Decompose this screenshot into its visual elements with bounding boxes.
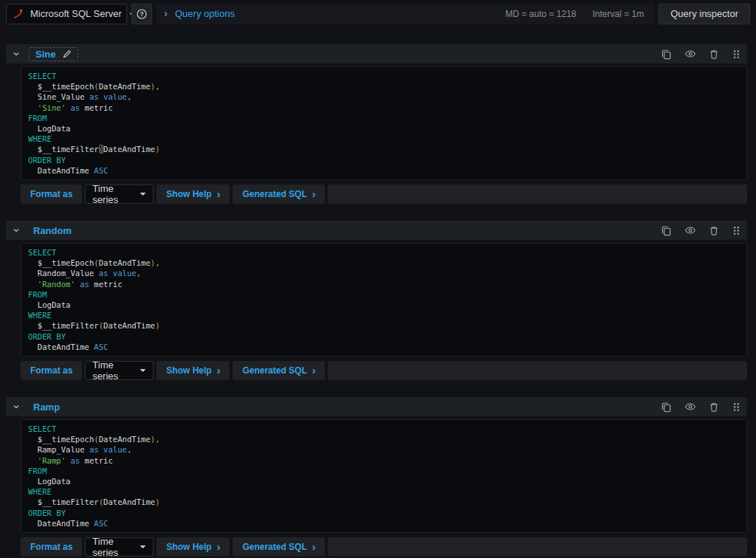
chevron-down-icon bbox=[140, 545, 146, 549]
generated-sql-label: Generated SQL bbox=[242, 189, 306, 199]
generated-sql-button[interactable]: Generated SQL› bbox=[233, 185, 325, 204]
mssql-datasource-icon bbox=[13, 8, 24, 20]
query-options-label: Query options bbox=[175, 8, 235, 19]
max-datapoints-stat: MD = auto = 1218 bbox=[505, 9, 576, 19]
generated-sql-label: Generated SQL bbox=[242, 542, 306, 552]
help-circle-icon: ? bbox=[136, 8, 148, 20]
interval-stat: Interval = 1m bbox=[593, 9, 645, 19]
sql-editor[interactable]: SELECT $__timeEpoch(DateAndTime), Random… bbox=[21, 243, 747, 356]
duplicate-query-icon[interactable] bbox=[661, 225, 672, 236]
format-select[interactable]: Time series bbox=[85, 537, 154, 557]
query-footer: Format as Time series Show Help› Generat… bbox=[21, 361, 747, 380]
datasource-picker[interactable]: Microsoft SQL Server bbox=[6, 4, 127, 24]
query-title[interactable]: Ramp bbox=[33, 402, 60, 413]
svg-text:?: ? bbox=[140, 10, 143, 18]
query-inspector-button[interactable]: Query inspector bbox=[659, 4, 750, 24]
query-title: Sine bbox=[35, 49, 55, 60]
show-help-button[interactable]: Show Help› bbox=[157, 361, 230, 380]
query-row-body: SELECT $__timeEpoch(DateAndTime), Random… bbox=[21, 243, 747, 380]
show-help-label: Show Help bbox=[166, 365, 211, 376]
query-row-random: Random SELECT $__timeEpoch(DateAndTime),… bbox=[6, 221, 747, 380]
chevron-right-icon: › bbox=[312, 365, 316, 376]
query-row-header[interactable]: Random bbox=[6, 221, 747, 240]
format-as-label: Format as bbox=[21, 537, 82, 557]
chevron-down-icon[interactable] bbox=[12, 49, 21, 58]
query-editor-toolbar: Microsoft SQL Server ? › Query options M… bbox=[0, 0, 756, 27]
query-options-summary: MD = auto = 1218 Interval = 1m bbox=[505, 9, 647, 19]
delete-query-icon[interactable] bbox=[709, 402, 719, 413]
query-row-sine: Sine SELECT $__timeEpoch(DateAndTime), S… bbox=[6, 44, 747, 204]
chevron-right-icon: › bbox=[217, 189, 221, 199]
chevron-right-icon: › bbox=[312, 189, 316, 199]
generated-sql-button[interactable]: Generated SQL› bbox=[233, 361, 325, 380]
show-help-label: Show Help bbox=[166, 542, 211, 552]
format-select-value: Time series bbox=[92, 183, 140, 205]
chevron-down-icon bbox=[140, 368, 146, 373]
footer-filler bbox=[328, 361, 747, 380]
toggle-visibility-icon[interactable] bbox=[684, 401, 696, 413]
show-help-button[interactable]: Show Help› bbox=[157, 185, 230, 204]
drag-handle-icon[interactable] bbox=[732, 49, 741, 60]
chevron-down-icon[interactable] bbox=[12, 226, 21, 235]
chevron-down-icon bbox=[140, 192, 146, 196]
format-select-value: Time series bbox=[92, 536, 140, 558]
duplicate-query-icon[interactable] bbox=[661, 49, 672, 60]
delete-query-icon[interactable] bbox=[709, 49, 719, 60]
chevron-right-icon: › bbox=[164, 7, 168, 18]
format-select[interactable]: Time series bbox=[85, 185, 154, 204]
query-row-body: SELECT $__timeEpoch(DateAndTime), Ramp_V… bbox=[21, 419, 747, 557]
toggle-visibility-icon[interactable] bbox=[684, 48, 696, 60]
query-row-header[interactable]: Sine bbox=[6, 44, 747, 63]
query-footer: Format as Time series Show Help› Generat… bbox=[21, 537, 747, 557]
query-rows: Sine SELECT $__timeEpoch(DateAndTime), S… bbox=[0, 44, 756, 557]
format-as-label: Format as bbox=[21, 361, 82, 380]
format-select-value: Time series bbox=[92, 359, 140, 382]
drag-handle-icon[interactable] bbox=[732, 402, 741, 413]
datasource-name: Microsoft SQL Server bbox=[30, 8, 122, 19]
pencil-icon[interactable] bbox=[62, 49, 72, 59]
datasource-help-button[interactable]: ? bbox=[131, 4, 152, 24]
sql-editor[interactable]: SELECT $__timeEpoch(DateAndTime), Sine_V… bbox=[21, 66, 747, 180]
toggle-visibility-icon[interactable] bbox=[684, 224, 696, 236]
generated-sql-button[interactable]: Generated SQL› bbox=[233, 537, 325, 557]
drag-handle-icon[interactable] bbox=[732, 225, 741, 236]
query-title[interactable]: Random bbox=[33, 225, 72, 236]
query-row-header[interactable]: Ramp bbox=[6, 397, 747, 416]
chevron-right-icon: › bbox=[217, 542, 221, 552]
show-help-button[interactable]: Show Help› bbox=[157, 537, 230, 557]
delete-query-icon[interactable] bbox=[709, 225, 719, 236]
footer-filler bbox=[328, 537, 747, 557]
generated-sql-label: Generated SQL bbox=[242, 365, 306, 376]
duplicate-query-icon[interactable] bbox=[661, 402, 672, 413]
chevron-right-icon: › bbox=[217, 365, 221, 376]
sql-editor[interactable]: SELECT $__timeEpoch(DateAndTime), Ramp_V… bbox=[21, 419, 747, 533]
chevron-down-icon[interactable] bbox=[12, 402, 21, 411]
chevron-right-icon: › bbox=[312, 542, 316, 552]
query-row-ramp: Ramp SELECT $__timeEpoch(DateAndTime), R… bbox=[6, 397, 747, 557]
query-footer: Format as Time series Show Help› Generat… bbox=[21, 185, 747, 204]
query-row-body: SELECT $__timeEpoch(DateAndTime), Sine_V… bbox=[21, 66, 747, 204]
show-help-label: Show Help bbox=[166, 189, 211, 199]
format-select[interactable]: Time series bbox=[85, 361, 154, 380]
query-options-bar[interactable]: › Query options MD = auto = 1218 Interva… bbox=[157, 4, 654, 24]
format-as-label: Format as bbox=[21, 185, 82, 204]
footer-filler bbox=[328, 185, 747, 204]
query-title-editable[interactable]: Sine bbox=[29, 47, 78, 61]
